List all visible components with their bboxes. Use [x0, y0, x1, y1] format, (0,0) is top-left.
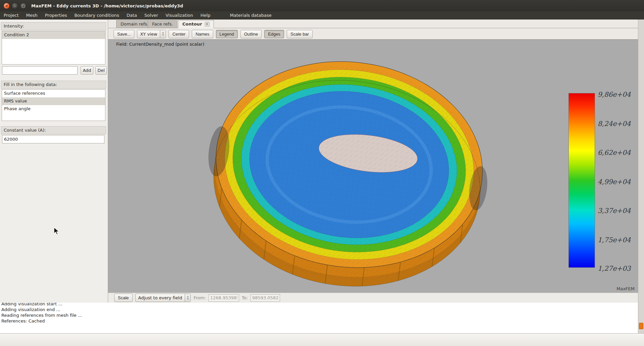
fill-data-list[interactable]: Surface references RMS value Phase angle [2, 89, 105, 121]
menu-properties[interactable]: Properties [41, 11, 71, 19]
window-controls: × – ▢ [0, 3, 27, 9]
main-area: Domain refs. Face refs. Contour × Save..… [108, 19, 638, 303]
model-3d[interactable] [108, 40, 638, 293]
from-label: From: [193, 295, 206, 300]
menu-data[interactable]: Data [123, 11, 141, 19]
menu-help[interactable]: Help [197, 11, 214, 19]
scale-controls: Scale Adjust to every field ▴▾ From: To: [108, 293, 638, 303]
spinner-icon[interactable]: ▴▾ [160, 30, 166, 38]
log-line: Adding visualization start ... [1, 303, 638, 307]
menu-mesh[interactable]: Mesh [22, 11, 41, 19]
menubar: Project Mesh Properties Boundary conditi… [0, 11, 644, 19]
maxfem-window: × – ▢ MaxFEM - Eddy currents 3D - /home/… [0, 0, 644, 346]
colorbar-tick: 3,37e+04 [598, 207, 638, 215]
constant-value-input[interactable] [2, 135, 104, 143]
del-button[interactable]: Del [95, 66, 107, 75]
titlebar: × – ▢ MaxFEM - Eddy currents 3D - /home/… [0, 0, 644, 11]
view-toolbar: Save... XY view ▴▾ Center Names Legend O… [108, 29, 638, 39]
tab-face-refs[interactable]: Face refs. [148, 20, 177, 28]
tab-close-icon[interactable]: × [205, 22, 210, 27]
condition-input[interactable] [2, 66, 78, 75]
colorbar-tick: 1,27e+03 [598, 264, 638, 272]
list-item-surface-references[interactable]: Surface references [2, 90, 105, 97]
tab-domain-refs[interactable]: Domain refs. [116, 20, 153, 28]
to-label: To: [242, 295, 248, 300]
colorbar-tick: 4,99e+04 [598, 178, 638, 186]
vertical-scrollbar[interactable] [638, 19, 644, 333]
colorbar-tick: 1,75e+04 [598, 236, 638, 244]
names-button[interactable]: Names [192, 30, 213, 38]
sidebar: Intensity: Condition 2 Add Del Fill in t… [0, 19, 108, 303]
to-input[interactable] [250, 294, 280, 302]
render-viewport[interactable]: Field: CurrentDensity_mod (point scalar)… [108, 39, 638, 293]
legend-button[interactable]: Legend [216, 30, 238, 38]
maximize-icon[interactable]: ▢ [20, 3, 27, 9]
colorbar-tick: 6,62e+04 [598, 148, 638, 157]
scale-bar-button[interactable]: Scale bar [287, 30, 313, 38]
close-icon[interactable]: × [3, 3, 10, 9]
tab-contour-label: Contour [182, 20, 202, 28]
fill-data-label: Fill in the following data: [1, 81, 106, 89]
log-line: Reading references from mesh file ... [1, 312, 638, 318]
menu-project[interactable]: Project [0, 11, 22, 19]
scrollbar-handle[interactable] [639, 323, 643, 329]
log-output: Adding visualization start ... Adding vi… [0, 303, 638, 333]
menu-materials-database[interactable]: Materials database [226, 11, 275, 19]
conditions-list[interactable]: Condition 2 [2, 31, 105, 64]
spinner-icon[interactable]: ▴▾ [185, 294, 190, 302]
list-item-rms-value[interactable]: RMS value [2, 97, 105, 105]
colorbar-tick: 8,24e+04 [598, 120, 638, 128]
window-title: MaxFEM - Eddy currents 3D - /home/victor… [31, 3, 183, 8]
menu-boundary-conditions[interactable]: Boundary conditions [71, 11, 123, 19]
menu-visualization[interactable]: Visualization [162, 11, 197, 19]
list-item-condition[interactable]: Condition 2 [2, 31, 105, 39]
save-button[interactable]: Save... [113, 30, 134, 38]
add-button[interactable]: Add [81, 66, 93, 75]
log-line: Adding visualization end ... [1, 307, 638, 312]
minimize-icon[interactable]: – [12, 3, 18, 9]
outline-button[interactable]: Outline [240, 30, 262, 38]
view-selector[interactable]: XY view ▴▾ [137, 30, 166, 38]
field-label: Field: CurrentDensity_mod (point scalar) [116, 42, 204, 47]
tab-contour[interactable]: Contour × [178, 20, 214, 28]
menu-solver[interactable]: Solver [141, 11, 162, 19]
scale-button[interactable]: Scale [114, 294, 133, 302]
colorbar-tick: 9,86e+04 [598, 90, 638, 98]
scale-mode-selector[interactable]: Adjust to every field ▴▾ [135, 294, 191, 302]
scale-mode-value: Adjust to every field [136, 294, 185, 302]
from-input[interactable] [209, 294, 239, 302]
log-line: References: Cached [1, 318, 638, 324]
intensity-label: Intensity: [1, 22, 106, 30]
maxfem-watermark: MaxFEM [616, 286, 635, 291]
view-selector-value: XY view [137, 30, 160, 38]
colorbar-legend [568, 93, 595, 268]
center-button[interactable]: Center [169, 30, 189, 38]
tabbar: Domain refs. Face refs. Contour × [108, 19, 638, 28]
statusbar [0, 333, 644, 346]
edges-button[interactable]: Edges [264, 30, 284, 38]
constant-value-label: Constant value (A): [1, 126, 106, 134]
list-item-phase-angle[interactable]: Phase angle [2, 105, 105, 113]
